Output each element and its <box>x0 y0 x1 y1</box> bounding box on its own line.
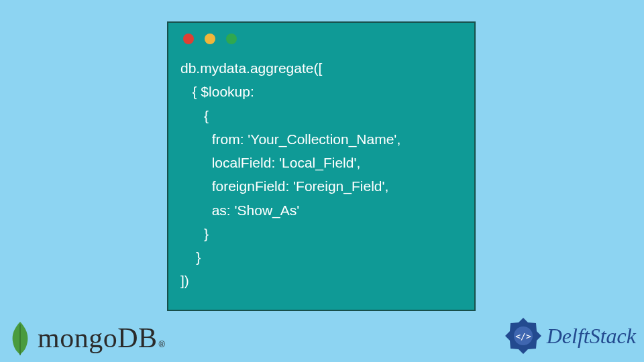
code-block: db.mydata.aggregate([ { $lookup: { from:… <box>180 56 462 293</box>
window-traffic-lights <box>180 34 462 44</box>
mongodb-logo: mongoDB® <box>8 320 165 355</box>
traffic-green-icon <box>226 34 237 44</box>
delftstack-badge-icon: </> <box>504 316 543 355</box>
svg-text:</>: </> <box>515 331 531 341</box>
traffic-red-icon <box>183 34 194 44</box>
delftstack-wordmark: DelftStack <box>547 324 636 349</box>
traffic-yellow-icon <box>205 34 215 44</box>
mongodb-leaf-icon <box>8 320 32 355</box>
mongodb-wordmark: mongoDB <box>38 322 158 353</box>
delftstack-logo: </> DelftStack <box>504 316 636 355</box>
registered-mark: ® <box>159 339 166 349</box>
mongodb-text: mongoDB® <box>38 322 165 354</box>
code-card: db.mydata.aggregate([ { $lookup: { from:… <box>167 21 476 311</box>
